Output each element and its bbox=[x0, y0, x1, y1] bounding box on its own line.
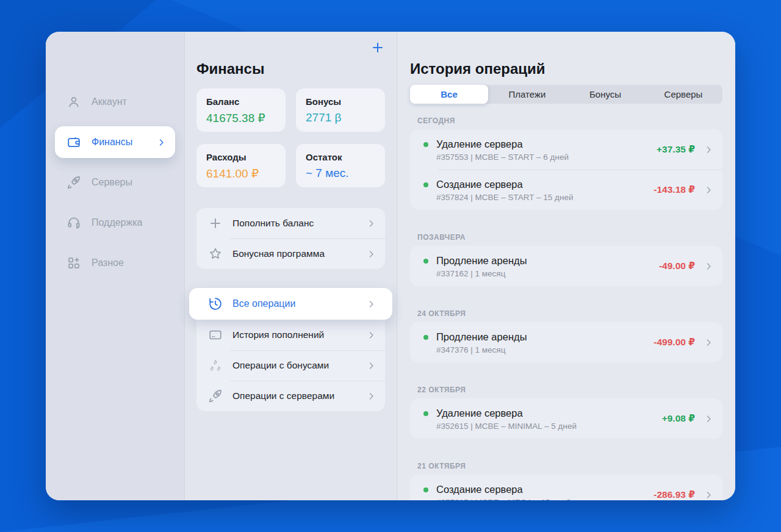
transaction-subtitle: #337162 | 1 месяц bbox=[436, 269, 527, 278]
history-tab[interactable]: Бонусы bbox=[566, 85, 644, 104]
status-dot-icon bbox=[423, 142, 428, 147]
transaction-subtitle: #357615 | MCBE – MEGA – 15 дней bbox=[436, 498, 571, 501]
plus-icon bbox=[208, 216, 223, 231]
sidebar-item-label: Поддержка bbox=[92, 217, 142, 228]
sidebar-item[interactable]: Аккаунт bbox=[55, 86, 175, 118]
transaction-row[interactable]: Создание сервера#357615 | MCBE – MEGA – … bbox=[410, 475, 722, 500]
transaction-title: Продление аренды bbox=[436, 254, 527, 267]
chevron-right-icon bbox=[366, 218, 376, 229]
stat-value: 2771 β bbox=[306, 111, 375, 124]
transaction-row[interactable]: Создание сервера#357824 | MCBE – START –… bbox=[410, 170, 722, 210]
transaction-info: Продление аренды#337162 | 1 месяц bbox=[423, 254, 650, 278]
transaction-subtitle: #357553 | MCBE – START – 6 дней bbox=[436, 153, 569, 162]
status-dot-icon bbox=[423, 487, 428, 492]
transaction-amount: -499.00 ₽ bbox=[653, 337, 695, 348]
sidebar-item[interactable]: Серверы bbox=[55, 167, 175, 198]
stat-value: ~ 7 мес. bbox=[306, 167, 375, 180]
stat-value: 41675.38 ₽ bbox=[206, 111, 276, 125]
date-group-label: 21 ОКТЯБРЯ bbox=[417, 462, 722, 470]
transaction-card: Удаление сервера#357553 | MCBE – START –… bbox=[410, 129, 722, 210]
transaction-card: Создание сервера#357615 | MCBE – MEGA – … bbox=[410, 475, 722, 500]
transaction-row[interactable]: Продление аренды#347376 | 1 месяц-499.00… bbox=[410, 322, 722, 362]
stat-card: Остаток~ 7 мес. bbox=[296, 144, 385, 187]
history-tab[interactable]: Серверы bbox=[644, 85, 722, 104]
finance-title: Финансы bbox=[196, 60, 385, 77]
history-title: История операций bbox=[410, 60, 722, 77]
menu-row[interactable]: Бонусная программа bbox=[196, 239, 385, 269]
star-icon bbox=[208, 246, 223, 261]
add-balance-button[interactable] bbox=[369, 39, 387, 57]
transaction-amount: -49.00 ₽ bbox=[659, 261, 695, 271]
transaction-row[interactable]: Продление аренды#337162 | 1 месяц-49.00 … bbox=[410, 246, 722, 286]
stat-label: Остаток bbox=[306, 152, 375, 162]
stars-icon bbox=[208, 358, 223, 373]
menu-row[interactable]: Операции с серверами bbox=[196, 381, 385, 411]
sidebar-item[interactable]: Финансы bbox=[55, 126, 175, 158]
chevron-right-icon bbox=[704, 185, 714, 195]
menu-row-label: История пополнений bbox=[232, 329, 324, 340]
sidebar-item[interactable]: Разное bbox=[55, 247, 175, 279]
transaction-info: Продление аренды#347376 | 1 месяц bbox=[423, 331, 645, 354]
transaction-info: Удаление сервера#357553 | MCBE – START –… bbox=[423, 138, 648, 162]
stat-label: Бонусы bbox=[306, 96, 375, 107]
stat-card: Баланс41675.38 ₽ bbox=[196, 88, 286, 132]
finance-stats: Баланс41675.38 ₽Бонусы2771 βРасходы6141.… bbox=[196, 88, 385, 187]
history-tabs: ВсеПлатежиБонусыСерверы bbox=[410, 85, 722, 104]
transaction-title: Удаление сервера bbox=[436, 407, 577, 419]
menu-row-label: Бонусная программа bbox=[232, 248, 325, 259]
transaction-row[interactable]: Удаление сервера#352615 | MCBE – MINIMAL… bbox=[410, 398, 722, 439]
history-tab[interactable]: Платежи bbox=[488, 85, 566, 104]
sidebar: АккаунтФинансыСерверыПоддержкаРазное bbox=[46, 32, 184, 500]
transaction-title: Удаление сервера bbox=[436, 138, 569, 150]
menu-row[interactable]: История пополнений bbox=[196, 320, 385, 350]
transaction-card: Продление аренды#337162 | 1 месяц-49.00 … bbox=[410, 246, 722, 286]
history-icon bbox=[208, 297, 223, 311]
sidebar-item-label: Финансы bbox=[92, 137, 132, 148]
stat-value: 6141.00 ₽ bbox=[206, 167, 276, 181]
transaction-title: Продление аренды bbox=[436, 331, 527, 343]
rocket-icon bbox=[208, 389, 223, 403]
status-dot-icon bbox=[423, 259, 428, 264]
history-tab[interactable]: Все bbox=[410, 85, 488, 104]
transaction-text: Удаление сервера#352615 | MCBE – MINIMAL… bbox=[436, 407, 577, 431]
transaction-subtitle: #347376 | 1 месяц bbox=[436, 345, 527, 354]
transaction-text: Продление аренды#347376 | 1 месяц bbox=[436, 331, 527, 354]
date-group-label: 22 ОКТЯБРЯ bbox=[417, 386, 722, 394]
menu-row-label: Операции с серверами bbox=[232, 390, 334, 401]
operations-menu: Все операцииИстория пополненийОперации с… bbox=[196, 288, 385, 411]
sidebar-item-label: Разное bbox=[92, 257, 124, 268]
user-icon bbox=[67, 95, 81, 109]
chevron-right-icon bbox=[704, 490, 714, 500]
menu-row-label: Пополнить баланс bbox=[232, 218, 314, 229]
transaction-text: Создание сервера#357824 | MCBE – START –… bbox=[436, 178, 574, 202]
menu-row[interactable]: Пополнить баланс bbox=[196, 208, 385, 239]
sidebar-item-label: Серверы bbox=[92, 177, 132, 188]
transaction-amount: +37.35 ₽ bbox=[657, 144, 695, 155]
status-dot-icon bbox=[423, 182, 428, 187]
menu-row-label: Все операции bbox=[232, 298, 295, 309]
date-group-label: 24 ОКТЯБРЯ bbox=[417, 309, 722, 318]
chevron-right-icon bbox=[156, 137, 167, 148]
stat-card: Расходы6141.00 ₽ bbox=[196, 144, 286, 187]
transaction-row[interactable]: Удаление сервера#357553 | MCBE – START –… bbox=[410, 129, 722, 170]
transaction-title: Создание сервера bbox=[436, 178, 574, 190]
stat-label: Расходы bbox=[206, 152, 276, 162]
headphones-icon bbox=[67, 215, 81, 230]
transaction-info: Удаление сервера#352615 | MCBE – MINIMAL… bbox=[423, 407, 653, 431]
sidebar-nav: АккаунтФинансыСерверыПоддержкаРазное bbox=[46, 86, 184, 279]
chevron-right-icon bbox=[704, 414, 714, 424]
transaction-subtitle: #357824 | MCBE – START – 15 дней bbox=[436, 193, 574, 202]
sidebar-item[interactable]: Поддержка bbox=[55, 207, 175, 239]
status-dot-icon bbox=[423, 335, 428, 340]
transaction-subtitle: #352615 | MCBE – MINIMAL – 5 дней bbox=[436, 422, 577, 431]
chevron-right-icon bbox=[366, 249, 376, 259]
history-groups: СЕГОДНЯУдаление сервера#357553 | MCBE – … bbox=[410, 117, 722, 500]
menu-row[interactable]: Операции с бонусами bbox=[196, 350, 385, 381]
stat-label: Баланс bbox=[206, 96, 276, 107]
operations-list: История пополненийОперации с бонусамиОпе… bbox=[196, 311, 385, 411]
transaction-text: Создание сервера#357615 | MCBE – MEGA – … bbox=[436, 483, 571, 501]
chevron-right-icon bbox=[366, 330, 376, 340]
transaction-card: Удаление сервера#352615 | MCBE – MINIMAL… bbox=[410, 398, 722, 439]
grid-plus-icon bbox=[67, 256, 81, 270]
menu-row-selected[interactable]: Все операции bbox=[189, 288, 392, 320]
